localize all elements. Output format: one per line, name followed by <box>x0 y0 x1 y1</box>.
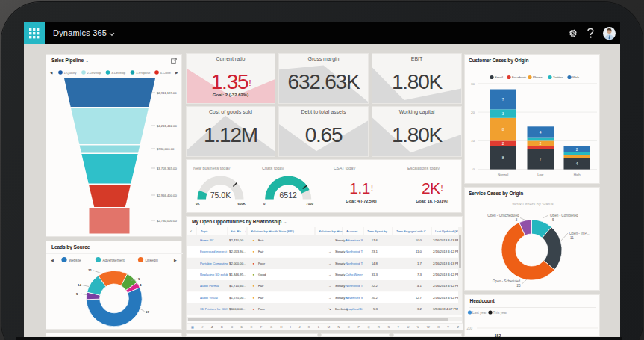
svg-text:21: 21 <box>88 268 92 272</box>
svg-text:$2,911,187.00: $2,911,187.00 <box>157 91 177 95</box>
svg-text:25: 25 <box>516 284 521 288</box>
svg-text:$4,241,442.00: $4,241,442.00 <box>157 124 177 128</box>
svg-text:11: 11 <box>570 236 574 240</box>
svg-text:Last year: Last year <box>472 311 487 315</box>
svg-text:67: 67 <box>146 310 149 314</box>
svg-text:600K: 600K <box>238 202 246 205</box>
svg-text:200: 200 <box>467 327 473 330</box>
svg-text:7: 7 <box>540 158 542 161</box>
svg-text:4: 4 <box>140 283 142 287</box>
svg-text:Web: Web <box>572 75 580 79</box>
svg-text:2: 2 <box>576 148 578 152</box>
svg-text:6512: 6512 <box>280 191 298 200</box>
svg-text:Open - Completed: Open - Completed <box>550 214 578 217</box>
svg-text:3: 3 <box>502 112 504 116</box>
svg-text:High: High <box>574 173 581 176</box>
svg-text:14: 14 <box>78 283 81 287</box>
svg-text:30: 30 <box>471 82 475 86</box>
svg-text:9: 9 <box>138 277 140 281</box>
svg-text:$3,705,365.00: $3,705,365.00 <box>157 167 177 170</box>
svg-text:Open - Scheduled: Open - Scheduled <box>493 279 520 283</box>
svg-text:10: 10 <box>471 139 475 143</box>
svg-text:$2,966,400.00: $2,966,400.00 <box>157 194 177 197</box>
svg-text:75.0K: 75.0K <box>210 191 231 200</box>
svg-text:Twitter: Twitter <box>553 75 563 79</box>
svg-text:Email: Email <box>495 75 503 79</box>
svg-text:3: 3 <box>516 218 518 222</box>
svg-text:8: 8 <box>502 128 504 132</box>
svg-text:Normal: Normal <box>498 173 508 176</box>
svg-text:$730,000.00: $730,000.00 <box>157 147 175 151</box>
svg-text:Phone: Phone <box>533 75 543 79</box>
svg-text:0: 0 <box>263 202 266 205</box>
svg-text:4: 4 <box>540 131 542 135</box>
svg-text:Open - In P...: Open - In P... <box>569 232 590 235</box>
svg-text:5: 5 <box>76 292 78 296</box>
svg-text:7500: 7500 <box>306 202 313 205</box>
svg-text:0: 0 <box>473 167 475 171</box>
svg-text:Open - Unscheduled: Open - Unscheduled <box>487 214 519 217</box>
svg-text:7: 7 <box>502 98 504 102</box>
svg-text:4: 4 <box>576 162 578 166</box>
svg-text:$2,750,000.00: $2,750,000.00 <box>157 219 177 223</box>
svg-text:Low: Low <box>537 173 544 176</box>
svg-text:0K: 0K <box>196 202 200 205</box>
svg-text:152: 152 <box>495 333 501 337</box>
svg-text:This year: This year <box>493 311 507 315</box>
svg-text:Facebook: Facebook <box>512 75 527 79</box>
svg-text:8: 8 <box>502 156 504 160</box>
svg-text:2: 2 <box>502 142 504 146</box>
svg-text:20: 20 <box>471 111 475 114</box>
svg-text:5: 5 <box>552 218 554 222</box>
svg-text:2: 2 <box>540 142 542 146</box>
